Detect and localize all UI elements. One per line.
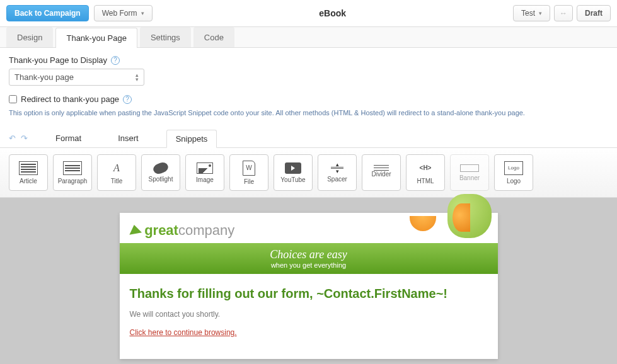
editor-canvas[interactable]: greatcompany Choices are easy when you g… (0, 198, 617, 364)
tab-design[interactable]: Design (6, 27, 53, 47)
main-tabs: Design Thank-you Page Settings Code (0, 27, 617, 48)
preview-heading: Thanks for filling out our form, ~Contac… (130, 287, 488, 301)
snippet-toolbar: Article Paragraph A Title Spotlight Imag… (0, 147, 617, 198)
snippet-spotlight[interactable]: Spotlight (141, 154, 180, 191)
top-bar: Back to Campaign Web Form eBook Test ↔ D… (0, 0, 617, 27)
help-icon[interactable]: ? (123, 95, 132, 104)
redo-icon[interactable]: ↷ (21, 134, 28, 143)
thank-you-page-label: Thank-you Page to Display (9, 55, 107, 65)
preview-header: greatcompany (120, 213, 498, 243)
title-icon: A (107, 161, 126, 175)
spotlight-icon (152, 161, 170, 175)
snippet-html[interactable]: <H> HTML (406, 154, 445, 191)
thank-you-settings: Thank-you Page to Display ? Thank-you pa… (0, 48, 617, 124)
file-icon: W (243, 161, 255, 176)
spacer-icon: ▴▾ (331, 162, 343, 173)
divider-icon (374, 168, 389, 168)
snippet-image[interactable]: Image (185, 154, 224, 191)
test-dropdown[interactable]: Test (513, 5, 550, 21)
continue-browsing-link[interactable]: Click here to continue browsing. (130, 328, 237, 337)
company-logo: greatcompany (129, 222, 235, 239)
snippet-paragraph[interactable]: Paragraph (53, 154, 92, 191)
image-icon (197, 162, 213, 174)
youtube-icon (285, 162, 301, 174)
editor-tab-format[interactable]: Format (47, 130, 90, 147)
logo-mark-icon (127, 224, 141, 234)
tab-code[interactable]: Code (193, 27, 234, 47)
snippet-file[interactable]: W File (229, 154, 268, 191)
undo-icon[interactable]: ↶ (9, 134, 16, 143)
preview-body-text: We will contact you shortly. (130, 310, 488, 319)
select-value: Thank-you page (14, 72, 74, 82)
logo-icon: Logo (504, 161, 523, 175)
expand-icon[interactable]: ↔ (554, 5, 573, 21)
editor-tab-insert[interactable]: Insert (109, 130, 147, 147)
tab-settings[interactable]: Settings (140, 27, 191, 47)
redirect-checkbox[interactable] (9, 95, 17, 103)
snippet-title[interactable]: A Title (97, 154, 136, 191)
editor-tab-row: ↶ ↷ Format Insert Snippets (0, 124, 617, 147)
select-arrows-icon: ▴▾ (136, 73, 139, 82)
draft-button[interactable]: Draft (577, 5, 611, 21)
editor-tab-snippets[interactable]: Snippets (166, 130, 217, 148)
page-title: eBook (153, 8, 513, 18)
web-form-dropdown[interactable]: Web Form (94, 5, 153, 21)
snippet-divider[interactable]: Divider (362, 154, 401, 191)
help-icon[interactable]: ? (111, 56, 120, 65)
article-icon (19, 161, 38, 175)
redirect-label: Redirect to thank-you page (21, 94, 119, 104)
snippet-article[interactable]: Article (9, 154, 48, 191)
banner-title: Choices are easy (129, 248, 489, 261)
snippet-youtube[interactable]: YouTube (274, 154, 313, 191)
preview-banner: Choices are easy when you get everything (120, 243, 498, 274)
preview-body: Thanks for filling out our form, ~Contac… (120, 274, 498, 352)
email-preview: greatcompany Choices are easy when you g… (120, 213, 498, 359)
banner-subtitle: when you get everything (129, 261, 489, 269)
redirect-hint: This option is only applicable when past… (9, 109, 608, 117)
tab-thank-you-page[interactable]: Thank-you Page (55, 28, 137, 48)
paragraph-icon (63, 161, 82, 175)
back-to-campaign-button[interactable]: Back to Campaign (6, 5, 89, 21)
banner-icon (460, 164, 479, 172)
thank-you-page-select[interactable]: Thank-you page ▴▾ (9, 69, 144, 86)
snippet-banner: Banner (450, 154, 489, 191)
html-icon: <H> (416, 161, 435, 175)
snippet-spacer[interactable]: ▴▾ Spacer (318, 154, 357, 191)
fruit-image (391, 194, 492, 244)
snippet-logo[interactable]: Logo Logo (494, 154, 533, 191)
